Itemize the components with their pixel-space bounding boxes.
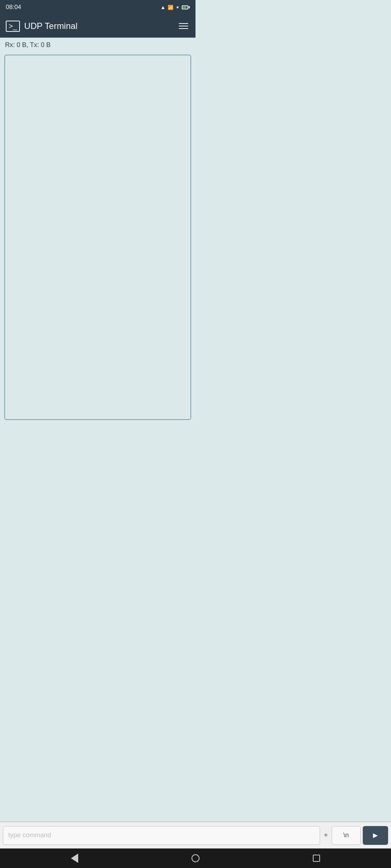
stats-bar: Rx: 0 B, Tx: 0 B xyxy=(0,38,196,52)
wifi-icon: ▲︎ xyxy=(160,4,165,10)
menu-button[interactable] xyxy=(177,22,190,30)
terminal-output xyxy=(4,55,191,420)
app-title: UDP Terminal xyxy=(24,21,77,31)
rx-tx-stats: Rx: 0 B, Tx: 0 B xyxy=(5,41,51,48)
signal-icon: ✶ xyxy=(176,5,180,10)
toolbar-left: >_ UDP Terminal xyxy=(6,21,77,32)
status-time: 08:04 xyxy=(6,4,21,11)
battery-icon xyxy=(182,5,190,9)
status-icons: ▲︎ 📶 ✶ xyxy=(160,4,190,10)
menu-line-3 xyxy=(179,28,188,29)
terminal-icon: >_ xyxy=(6,21,20,32)
menu-line-1 xyxy=(179,23,188,24)
wifi-x-icon: 📶 xyxy=(168,5,173,10)
status-bar: 08:04 ▲︎ 📶 ✶ xyxy=(0,0,196,14)
toolbar: >_ UDP Terminal xyxy=(0,14,196,38)
menu-line-2 xyxy=(179,26,188,26)
